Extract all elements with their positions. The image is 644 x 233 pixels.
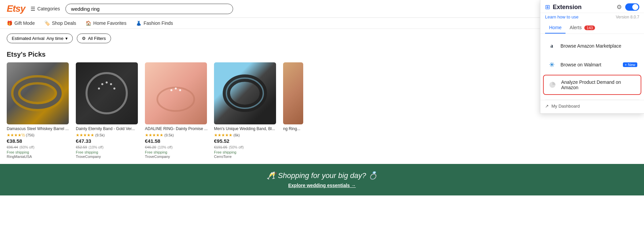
analyze-demand-label: Analyze Product Demand on Amazon [561,79,637,90]
product-image[interactable] [7,62,69,124]
product-stars: ★★★★★ (9.5k) [76,133,140,137]
external-link-icon: ↗ [545,104,549,109]
browse-walmart-label: Browse on Walmart [560,62,601,67]
alert-badge: 143 [584,25,595,30]
product-card: Damascus Steel Whiskey Barrel ... ★★★★½ … [7,62,70,159]
product-stars: ★★★★½ (756) [7,133,70,137]
home-favorites-label: Home Favorites [93,20,126,26]
etsy-logo[interactable]: Etsy [7,3,25,14]
product-stars: ★★★★★ (6k) [214,133,278,137]
review-count: (756) [26,133,35,137]
free-shipping-label: Free shipping [145,150,209,154]
ext-header-right: ⚙ [616,3,639,11]
walmart-icon: ✳ [547,60,556,69]
svg-point-4 [110,83,112,85]
product-original-price: €46.20 (10% off) [145,144,209,150]
product-title: ADALINE RING- Dainty Promise ... [145,126,209,132]
banner-link[interactable]: Explore wedding essentials → [7,183,637,188]
hamburger-icon: ☰ [31,6,35,12]
product-card: ng Ring... [283,62,347,159]
sub-nav-gift-mode[interactable]: 🎁 Gift Mode [7,20,35,26]
deals-icon: 🏷️ [44,20,50,26]
pie-chart-icon [548,80,557,90]
product-image[interactable] [283,62,303,124]
product-image[interactable] [145,62,207,124]
grid-icon: ⊞ [545,3,550,11]
search-bar [65,4,233,14]
banner-title: 🥂 Shopping for your big day? 💍 [7,171,637,180]
search-input[interactable] [71,6,227,12]
product-card: Dainty Eternity Band - Gold Ver... ★★★★★… [76,62,140,159]
browse-walmart-item[interactable]: ✳ Browse on Walmart + New [543,56,641,73]
tab-alerts[interactable]: Alerts 143 [566,22,599,34]
product-stars: ★★★★★ (9.5k) [145,133,209,137]
product-card: ADALINE RING- Dainty Promise ... ★★★★★ (… [145,62,209,159]
shop-name: RingManiaUSA [7,155,70,159]
browse-amazon-item[interactable]: a Browse Amazon Marketplace [543,37,641,55]
estimated-arrival-value: Any time [47,36,64,41]
dashboard-label: My Dashboard [551,104,580,109]
product-original-price: €96.44 (60% off) [7,144,70,150]
toggle-knob [632,4,638,10]
review-count: (9.5k) [95,133,105,137]
ext-title-row: ⊞ Extension [545,3,582,11]
ring-icon: 💍 [368,171,377,180]
product-price: €38.58 [7,138,70,144]
ext-subrow: Learn how to use Version 8.0.7 [540,13,644,22]
product-title: ng Ring... [283,126,347,132]
tab-home[interactable]: Home [545,22,566,34]
dashboard-link[interactable]: ↗ My Dashboard [545,104,639,109]
version-text: Version 8.0.7 [616,15,639,19]
sub-nav-shop-deals[interactable]: 🏷️ Shop Deals [44,20,76,26]
fashion-icon: 👗 [136,20,142,26]
sub-nav-home-favorites[interactable]: 🏠 Home Favorites [86,20,126,26]
star-icon: ★★★★★ [76,133,94,137]
product-price: €41.58 [145,138,209,144]
sub-nav-fashion-finds[interactable]: 👗 Fashion Finds [136,20,173,26]
shop-deals-label: Shop Deals [52,20,76,26]
star-icon: ★★★★★ [214,133,232,137]
ext-header: ⊞ Extension ⚙ [540,0,644,13]
svg-point-3 [106,81,108,83]
svg-point-11 [170,89,172,91]
svg-point-8 [157,88,194,111]
product-image[interactable] [214,62,276,124]
dropdown-chevron-icon: ▾ [65,36,68,41]
svg-point-10 [179,89,181,91]
categories-label: Categories [37,6,60,11]
shop-name: TroveCompany [145,155,209,159]
champagne-icon: 🥂 [267,171,276,180]
green-banner: 🥂 Shopping for your big day? 💍 Explore w… [0,164,644,195]
product-original-price: €52.59 (10% off) [76,144,140,150]
amazon-icon: a [547,41,556,51]
product-title: Dainty Eternity Band - Gold Ver... [76,126,140,132]
extension-popup: ⊞ Extension ⚙ Learn how to use Version 8… [540,0,644,114]
new-badge: + New [623,62,638,67]
gift-icon: 🎁 [7,20,12,26]
star-icon: ★★★★½ [7,133,25,137]
learn-link[interactable]: Learn how to use [545,14,579,19]
ext-title: Extension [553,4,582,11]
all-filters-button[interactable]: ⚙ All Filters [77,34,111,43]
svg-point-9 [175,88,177,90]
browse-amazon-label: Browse Amazon Marketplace [560,43,621,49]
toggle-switch[interactable] [625,3,639,11]
gift-mode-label: Gift Mode [14,20,35,26]
svg-point-6 [113,88,115,90]
star-icon: ★★★★★ [145,133,163,137]
product-image[interactable] [76,62,138,124]
product-title: Damascus Steel Whiskey Barrel ... [7,126,70,132]
product-price: €95.52 [214,138,278,144]
ext-tabs: Home Alerts 143 [540,22,644,34]
ext-dashboard: ↗ My Dashboard [540,100,644,113]
categories-button[interactable]: ☰ Categories [31,6,60,12]
free-shipping-label: Free shipping [76,150,140,154]
analyze-demand-item[interactable]: Analyze Product Demand on Amazon [543,75,641,95]
filter-icon: ⚙ [82,36,86,41]
estimated-arrival-filter[interactable]: Estimated Arrival Any time ▾ [7,34,73,43]
product-original-price: €191.05 (50% off) [214,144,278,150]
free-shipping-label: Free shipping [7,150,70,154]
shop-name: TroveCompany [76,155,140,159]
ext-menu: a Browse Amazon Marketplace ✳ Browse on … [540,34,644,100]
gear-icon[interactable]: ⚙ [616,3,622,11]
